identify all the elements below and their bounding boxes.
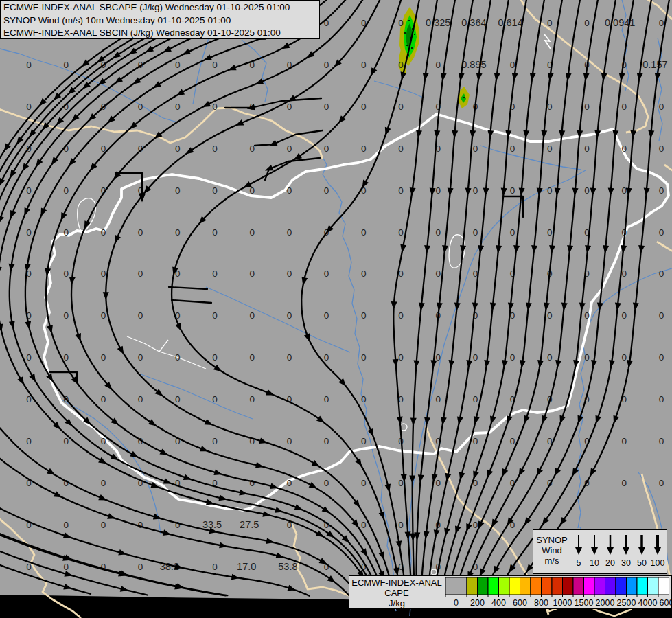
svg-text:0: 0 [287, 227, 292, 238]
svg-text:0: 0 [584, 18, 590, 28]
svg-text:0: 0 [287, 144, 292, 154]
svg-text:0: 0 [138, 102, 143, 112]
cape-color-bar: 0200400600800100015002000250040006000 [444, 576, 671, 608]
svg-text:50: 50 [637, 558, 647, 568]
wind-speed-arrows: 510203050100 [570, 530, 667, 573]
svg-text:0: 0 [63, 520, 69, 530]
svg-text:0: 0 [287, 352, 292, 363]
svg-text:0: 0 [63, 268, 69, 279]
svg-text:0: 0 [212, 60, 218, 70]
svg-text:0: 0 [621, 478, 627, 488]
svg-text:0: 0 [435, 60, 441, 70]
synop-wind-legend: SYNOP Wind m/s 510203050100 [533, 529, 667, 574]
svg-text:0: 0 [361, 144, 367, 154]
svg-text:0: 0 [212, 310, 218, 321]
cape-legend-labels: ECMWF-INDEX-ANAL CAPE J/kg [349, 576, 444, 608]
svg-text:0: 0 [101, 520, 106, 530]
svg-text:0: 0 [398, 478, 404, 488]
svg-text:0: 0 [547, 352, 553, 363]
cape-color-legend: ECMWF-INDEX-ANAL CAPE J/kg 0200400600800… [349, 575, 672, 609]
svg-text:0: 0 [287, 102, 292, 112]
title-line-sbcin: ECMWF-INDEX-ANAL SBCIN (J/kg) Wednesday … [3, 27, 319, 40]
svg-text:0: 0 [101, 478, 106, 488]
cape-legend-param: CAPE [349, 588, 444, 598]
svg-text:0.157: 0.157 [642, 59, 667, 70]
svg-text:0: 0 [659, 144, 664, 154]
cape-legend-units: J/kg [349, 598, 444, 608]
svg-text:0: 0 [547, 310, 553, 321]
svg-text:0: 0 [324, 352, 329, 363]
svg-text:0: 0 [26, 227, 32, 238]
svg-text:30: 30 [621, 558, 631, 568]
svg-text:0: 0 [249, 310, 255, 321]
title-line-wind: SYNOP Wind (m/s) 10m Wednesday 01-10-202… [3, 14, 319, 27]
synop-legend-title: SYNOP [533, 535, 570, 545]
svg-text:0: 0 [621, 268, 627, 279]
svg-text:0: 0 [398, 60, 404, 70]
svg-text:0: 0 [510, 436, 515, 446]
svg-text:0: 0 [361, 478, 367, 488]
svg-text:0: 0 [324, 394, 329, 404]
svg-text:0: 0 [101, 394, 106, 404]
svg-text:200: 200 [470, 598, 485, 608]
svg-text:0: 0 [175, 352, 181, 363]
svg-text:0: 0 [175, 60, 181, 70]
svg-text:0: 0 [584, 144, 590, 154]
svg-text:0: 0 [547, 227, 553, 238]
svg-text:0: 0 [287, 478, 292, 488]
svg-text:2000: 2000 [596, 598, 615, 608]
svg-text:0: 0 [473, 227, 478, 238]
svg-text:0: 0 [138, 352, 143, 363]
svg-text:0: 0 [398, 227, 404, 238]
svg-text:0: 0 [621, 436, 627, 446]
svg-text:0: 0 [138, 394, 143, 404]
svg-text:0.364: 0.364 [461, 17, 486, 28]
title-panel: ECMWF-INDEX-ANAL SBCAPE (J/kg) Wednesday… [0, 0, 320, 39]
svg-text:0: 0 [63, 227, 69, 238]
svg-text:0: 0 [249, 394, 255, 404]
svg-text:0: 0 [547, 144, 553, 154]
svg-text:6000: 6000 [660, 598, 671, 608]
svg-text:10: 10 [590, 558, 599, 568]
svg-text:0: 0 [659, 18, 664, 28]
svg-text:0: 0 [212, 436, 218, 446]
svg-text:0: 0 [398, 18, 404, 28]
svg-text:0: 0 [249, 478, 255, 488]
svg-text:0: 0 [510, 227, 515, 238]
svg-text:0: 0 [584, 185, 590, 196]
svg-text:0: 0 [621, 185, 627, 196]
svg-text:0: 0 [324, 185, 329, 196]
svg-text:0: 0 [621, 310, 627, 321]
svg-text:0: 0 [473, 185, 478, 196]
synop-legend-units: m/s [533, 556, 570, 566]
svg-text:0: 0 [138, 520, 143, 530]
svg-text:0: 0 [26, 436, 32, 446]
svg-text:0: 0 [659, 185, 664, 196]
svg-text:0: 0 [435, 227, 441, 238]
svg-text:0: 0 [63, 185, 69, 196]
svg-text:0: 0 [287, 185, 292, 196]
svg-text:0: 0 [324, 436, 329, 446]
svg-text:0: 0 [63, 436, 69, 446]
svg-text:0: 0 [361, 520, 367, 530]
svg-text:0: 0 [63, 310, 69, 321]
svg-text:0: 0 [212, 352, 218, 363]
svg-text:400: 400 [491, 598, 506, 608]
svg-text:0: 0 [398, 310, 404, 321]
svg-text:0: 0 [175, 520, 181, 530]
synop-legend-labels: SYNOP Wind m/s [533, 530, 570, 573]
svg-text:0: 0 [473, 144, 478, 154]
svg-text:0: 0 [324, 478, 329, 488]
svg-text:0.325: 0.325 [426, 17, 450, 28]
cape-legend-source: ECMWF-INDEX-ANAL [349, 577, 444, 588]
svg-text:0: 0 [175, 394, 181, 404]
svg-text:0: 0 [398, 520, 404, 530]
svg-text:0: 0 [510, 144, 515, 154]
svg-text:0: 0 [138, 268, 143, 279]
svg-text:0: 0 [547, 185, 553, 196]
svg-text:0: 0 [659, 310, 664, 321]
svg-text:0: 0 [584, 310, 590, 321]
svg-text:0: 0 [26, 352, 32, 363]
svg-text:0: 0 [473, 394, 478, 404]
svg-text:0: 0 [435, 268, 441, 279]
